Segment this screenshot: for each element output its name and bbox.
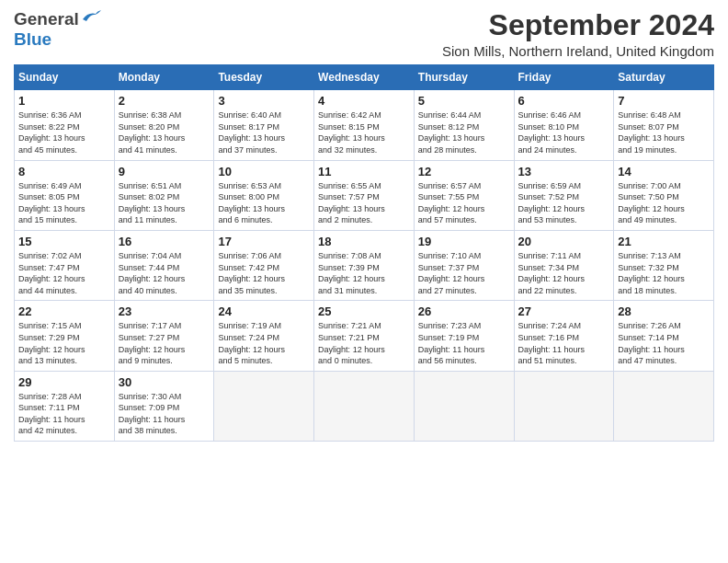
day-number: 11 [318,165,410,178]
calendar-cell [214,371,314,441]
logo: General Blue [14,9,101,50]
day-number: 17 [218,235,310,248]
calendar-cell: 22Sunrise: 7:15 AMSunset: 7:29 PMDayligh… [15,301,115,371]
day-number: 13 [518,165,610,178]
day-number: 14 [618,165,710,178]
day-info: Sunrise: 7:19 AMSunset: 7:24 PMDaylight:… [218,320,310,366]
calendar-cell: 28Sunrise: 7:26 AMSunset: 7:14 PMDayligh… [614,301,714,371]
calendar-cell: 7Sunrise: 6:48 AMSunset: 8:07 PMDaylight… [614,90,714,160]
day-number: 22 [18,304,110,318]
calendar-cell: 8Sunrise: 6:49 AMSunset: 8:05 PMDaylight… [15,160,115,230]
calendar-header-row: SundayMondayTuesdayWednesdayThursdayFrid… [15,65,714,90]
calendar-cell: 24Sunrise: 7:19 AMSunset: 7:24 PMDayligh… [214,301,314,371]
day-info: Sunrise: 7:23 AMSunset: 7:19 PMDaylight:… [418,320,510,366]
logo-general-text: General [14,9,79,29]
day-info: Sunrise: 7:26 AMSunset: 7:14 PMDaylight:… [618,320,710,366]
calendar-cell: 27Sunrise: 7:24 AMSunset: 7:16 PMDayligh… [514,301,614,371]
calendar-cell [414,371,514,441]
calendar-cell: 25Sunrise: 7:21 AMSunset: 7:21 PMDayligh… [314,301,415,371]
day-info: Sunrise: 7:17 AMSunset: 7:27 PMDaylight:… [119,320,210,366]
calendar-cell: 4Sunrise: 6:42 AMSunset: 8:15 PMDaylight… [314,90,415,160]
day-info: Sunrise: 7:06 AMSunset: 7:42 PMDaylight:… [218,250,310,296]
day-info: Sunrise: 7:02 AMSunset: 7:47 PMDaylight:… [18,250,110,296]
day-info: Sunrise: 7:21 AMSunset: 7:21 PMDaylight:… [318,320,410,366]
day-info: Sunrise: 6:59 AMSunset: 7:52 PMDaylight:… [518,180,610,226]
calendar-cell [614,371,714,441]
day-info: Sunrise: 7:15 AMSunset: 7:29 PMDaylight:… [18,320,110,366]
day-number: 27 [518,304,610,318]
day-info: Sunrise: 6:46 AMSunset: 8:10 PMDaylight:… [518,109,610,155]
calendar-cell: 21Sunrise: 7:13 AMSunset: 7:32 PMDayligh… [614,230,714,300]
weekday-header-sunday: Sunday [15,65,115,90]
day-number: 23 [119,304,210,318]
day-info: Sunrise: 6:51 AMSunset: 8:02 PMDaylight:… [119,180,210,226]
calendar-cell: 3Sunrise: 6:40 AMSunset: 8:17 PMDaylight… [214,90,314,160]
calendar-cell: 16Sunrise: 7:04 AMSunset: 7:44 PMDayligh… [114,230,214,300]
day-info: Sunrise: 7:13 AMSunset: 7:32 PMDaylight:… [618,250,710,296]
calendar-cell: 29Sunrise: 7:28 AMSunset: 7:11 PMDayligh… [15,371,115,441]
day-number: 30 [119,375,210,389]
day-number: 18 [318,235,410,248]
day-info: Sunrise: 6:49 AMSunset: 8:05 PMDaylight:… [18,180,110,226]
day-number: 7 [618,94,710,108]
day-info: Sunrise: 7:08 AMSunset: 7:39 PMDaylight:… [318,250,410,296]
calendar-cell: 20Sunrise: 7:11 AMSunset: 7:34 PMDayligh… [514,230,614,300]
calendar-cell: 13Sunrise: 6:59 AMSunset: 7:52 PMDayligh… [514,160,614,230]
calendar-week-row: 29Sunrise: 7:28 AMSunset: 7:11 PMDayligh… [15,371,714,441]
title-area: September 2024 Sion Mills, Northern Irel… [101,9,714,59]
day-number: 4 [318,94,410,108]
day-number: 1 [18,94,110,108]
day-info: Sunrise: 6:38 AMSunset: 8:20 PMDaylight:… [119,109,210,155]
calendar-cell: 12Sunrise: 6:57 AMSunset: 7:55 PMDayligh… [414,160,514,230]
day-number: 28 [618,304,710,318]
calendar-week-row: 8Sunrise: 6:49 AMSunset: 8:05 PMDaylight… [15,160,714,230]
calendar-cell: 2Sunrise: 6:38 AMSunset: 8:20 PMDaylight… [114,90,214,160]
day-number: 26 [418,304,510,318]
weekday-header-saturday: Saturday [614,65,714,90]
calendar-cell: 11Sunrise: 6:55 AMSunset: 7:57 PMDayligh… [314,160,415,230]
calendar-cell: 6Sunrise: 6:46 AMSunset: 8:10 PMDaylight… [514,90,614,160]
day-info: Sunrise: 6:36 AMSunset: 8:22 PMDaylight:… [18,109,110,155]
calendar-cell: 5Sunrise: 6:44 AMSunset: 8:12 PMDaylight… [414,90,514,160]
day-info: Sunrise: 6:44 AMSunset: 8:12 PMDaylight:… [418,109,510,155]
day-number: 10 [218,165,310,178]
weekday-header-tuesday: Tuesday [214,65,314,90]
day-number: 20 [518,235,610,248]
day-info: Sunrise: 7:04 AMSunset: 7:44 PMDaylight:… [119,250,210,296]
day-info: Sunrise: 7:00 AMSunset: 7:50 PMDaylight:… [618,180,710,226]
calendar-week-row: 22Sunrise: 7:15 AMSunset: 7:29 PMDayligh… [15,301,714,371]
day-info: Sunrise: 6:40 AMSunset: 8:17 PMDaylight:… [218,109,310,155]
day-info: Sunrise: 7:28 AMSunset: 7:11 PMDaylight:… [18,391,110,437]
day-info: Sunrise: 6:53 AMSunset: 8:00 PMDaylight:… [218,180,310,226]
logo-blue-text: Blue [14,29,51,49]
calendar-cell: 23Sunrise: 7:17 AMSunset: 7:27 PMDayligh… [114,301,214,371]
logo-bird-icon [81,10,101,29]
calendar-cell: 26Sunrise: 7:23 AMSunset: 7:19 PMDayligh… [414,301,514,371]
day-number: 29 [18,375,110,389]
day-number: 24 [218,304,310,318]
day-number: 25 [318,304,410,318]
calendar-cell: 10Sunrise: 6:53 AMSunset: 8:00 PMDayligh… [214,160,314,230]
weekday-header-wednesday: Wednesday [314,65,415,90]
calendar-cell [514,371,614,441]
day-number: 6 [518,94,610,108]
calendar-cell: 19Sunrise: 7:10 AMSunset: 7:37 PMDayligh… [414,230,514,300]
main-title: September 2024 [101,9,714,41]
calendar-cell: 30Sunrise: 7:30 AMSunset: 7:09 PMDayligh… [114,371,214,441]
day-number: 3 [218,94,310,108]
day-info: Sunrise: 6:48 AMSunset: 8:07 PMDaylight:… [618,109,710,155]
day-number: 21 [618,235,710,248]
calendar-table: SundayMondayTuesdayWednesdayThursdayFrid… [14,64,714,442]
day-number: 15 [18,235,110,248]
weekday-header-monday: Monday [114,65,214,90]
day-number: 16 [119,235,210,248]
day-number: 5 [418,94,510,108]
day-info: Sunrise: 7:10 AMSunset: 7:37 PMDaylight:… [418,250,510,296]
calendar-cell: 1Sunrise: 6:36 AMSunset: 8:22 PMDaylight… [15,90,115,160]
weekday-header-friday: Friday [514,65,614,90]
day-info: Sunrise: 7:30 AMSunset: 7:09 PMDaylight:… [119,391,210,437]
calendar-cell [314,371,415,441]
day-number: 19 [418,235,510,248]
calendar-cell: 9Sunrise: 6:51 AMSunset: 8:02 PMDaylight… [114,160,214,230]
day-info: Sunrise: 6:42 AMSunset: 8:15 PMDaylight:… [318,109,410,155]
